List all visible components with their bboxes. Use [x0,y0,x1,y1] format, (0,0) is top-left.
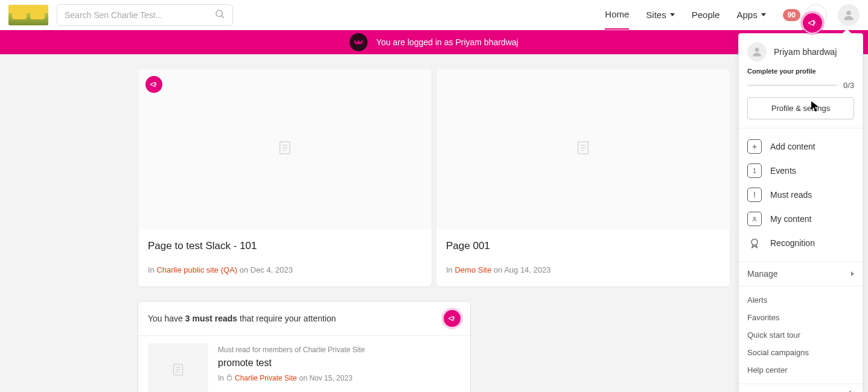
logout-button[interactable]: Log out [739,384,863,392]
mr-count: 3 must reads [185,314,237,323]
svg-point-3 [356,40,358,42]
menu-must-reads[interactable]: ! Must reads [742,183,859,207]
menu-recognition[interactable]: Recognition [742,231,859,255]
manage-label: Manage [747,269,778,279]
site-link[interactable]: Demo Site [455,265,491,274]
document-icon [279,141,291,157]
nav-sites[interactable]: Sites [646,1,674,29]
must-read-context: Must read for members of Charlie Private… [218,346,461,354]
site-link[interactable]: Charlie Private Site [235,374,297,382]
must-read-meta: In Charlie Private Site on Nov 15, 2023 [218,373,461,382]
award-icon [747,236,762,250]
svg-point-19 [754,217,756,219]
menu-label: Events [770,166,796,175]
lock-icon [226,373,232,382]
menu-manage[interactable]: Manage [739,262,863,286]
nav-people[interactable]: People [692,1,720,29]
chevron-right-icon [851,271,854,276]
profile-header: Priyam bhardwaj [739,34,863,68]
plus-icon: + [747,139,762,154]
card-body: Page to test Slack - 101 In Charlie publ… [138,229,432,286]
card-meta: In Charlie public site (QA) on Dec 4, 20… [148,265,422,274]
nav-sites-label: Sites [646,10,666,20]
must-read-body: Must read for members of Charlie Private… [218,343,461,392]
must-read-thumbnail [148,343,208,392]
mr-meta-date: on Nov 15, 2023 [299,374,353,382]
svg-rect-17 [228,376,232,380]
card-thumbnail [138,69,432,229]
meta-prefix: In [446,265,455,274]
content-card[interactable]: Page to test Slack - 101 In Charlie publ… [138,69,432,286]
card-meta: In Demo Site on Aug 14, 2023 [446,265,720,274]
nav-home[interactable]: Home [605,0,629,30]
mask-icon [349,33,368,51]
menu-events[interactable]: 1 Events [742,159,859,183]
complete-profile-label: Complete your profile [747,68,854,75]
svg-point-20 [752,239,758,245]
link-help-center[interactable]: Help center [747,361,854,379]
svg-line-1 [222,16,223,17]
bullhorn-icon [145,76,162,93]
chevron-down-icon [670,13,675,16]
meta-date: on Aug 14, 2023 [491,265,550,274]
mr-meta-prefix: In [218,374,224,382]
bullhorn-icon[interactable] [444,310,461,327]
svg-point-4 [360,40,362,42]
search-box[interactable] [57,4,233,26]
profile-progress-section: Complete your profile 0/3 Profile & sett… [739,68,863,128]
meta-date: on Dec 4, 2023 [237,265,293,274]
chevron-down-icon [761,13,766,16]
progress-count: 0/3 [843,81,854,90]
must-read-item[interactable]: Must read for members of Charlie Private… [138,336,470,392]
user-avatar-icon [747,42,767,62]
profile-menu-list: + Add content 1 Events ! Must reads My c… [739,128,863,261]
card-title[interactable]: Page to test Slack - 101 [148,240,422,252]
nav-apps-label: Apps [736,10,757,20]
must-reads-panel: You have 3 must reads that require your … [138,301,471,392]
search-input[interactable] [65,10,214,20]
link-social-campaigns[interactable]: Social campaigns [747,344,854,361]
progress-bar [747,84,837,86]
menu-my-content[interactable]: My content [742,207,859,231]
mr-suffix: that require your attention [237,314,336,323]
menu-label: My content [770,214,811,224]
top-header: Home Sites People Apps 90 [0,0,868,30]
menu-label: Must reads [770,190,812,200]
notification-count-badge[interactable]: 90 [783,9,800,21]
folder-person-icon [747,212,762,226]
must-read-title[interactable]: promote test [218,358,461,368]
exclamation-icon: ! [747,188,762,202]
site-link[interactable]: Charlie public site (QA) [156,265,237,274]
nav-apps[interactable]: Apps [736,1,765,29]
brand-logo[interactable] [8,5,48,25]
must-reads-header: You have 3 must reads that require your … [138,302,470,336]
link-favorites[interactable]: Favorites [747,309,854,326]
svg-point-18 [755,48,759,52]
search-icon[interactable] [214,8,225,22]
svg-point-0 [216,10,223,17]
svg-point-2 [846,10,850,14]
bullhorn-icon[interactable] [803,13,822,33]
link-quick-start-tour[interactable]: Quick start tour [747,326,854,344]
meta-prefix: In [148,265,156,274]
mr-prefix: You have [148,314,185,323]
user-avatar-button[interactable] [838,4,860,26]
menu-add-content[interactable]: + Add content [742,134,859,159]
must-reads-header-text: You have 3 must reads that require your … [148,314,336,323]
card-body: Page 001 In Demo Site on Aug 14, 2023 [436,229,730,286]
content-card[interactable]: Page 001 In Demo Site on Aug 14, 2023 [436,69,730,286]
profile-name: Priyam bhardwaj [774,47,837,57]
cards-row: Page to test Slack - 101 In Charlie publ… [138,69,730,286]
profile-settings-button[interactable]: Profile & settings [747,97,854,119]
profile-links: Alerts Favorites Quick start tour Social… [739,286,863,384]
menu-label: Add content [770,142,815,151]
calendar-icon: 1 [747,163,762,178]
progress-row: 0/3 [747,81,854,90]
card-thumbnail [436,69,730,229]
profile-dropdown: Priyam bhardwaj Complete your profile 0/… [738,33,863,392]
menu-label: Recognition [770,238,815,248]
link-alerts[interactable]: Alerts [747,291,854,309]
card-title[interactable]: Page 001 [446,240,720,252]
banner-text: You are logged in as Priyam bhardwaj [376,37,518,47]
document-icon [577,141,589,157]
